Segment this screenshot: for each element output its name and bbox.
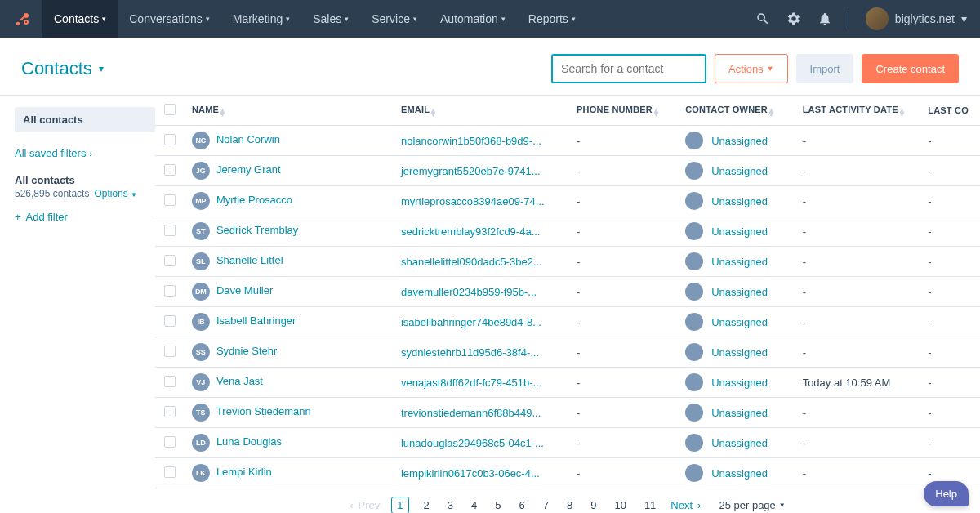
next-page[interactable]: Next › bbox=[670, 499, 701, 511]
contact-email-link[interactable]: nolancorwin1b50f368-b9d9-... bbox=[401, 135, 541, 147]
contact-email-link[interactable]: jeremygrant5520eb7e-9741... bbox=[401, 165, 541, 177]
owner-link[interactable]: Unassigned bbox=[711, 165, 768, 177]
nav-item-sales[interactable]: Sales▾ bbox=[301, 0, 360, 38]
page-number[interactable]: 4 bbox=[468, 497, 480, 513]
contact-email-link[interactable]: venajast8dff62df-fc79-451b-... bbox=[401, 377, 542, 389]
owner-link[interactable]: Unassigned bbox=[711, 407, 768, 419]
add-filter-button[interactable]: + Add filter bbox=[15, 211, 155, 223]
create-contact-button[interactable]: Create contact bbox=[862, 54, 959, 83]
nav-item-automation[interactable]: Automation▾ bbox=[429, 0, 517, 38]
owner-link[interactable]: Unassigned bbox=[711, 377, 768, 389]
search-icon[interactable] bbox=[755, 11, 770, 26]
owner-link[interactable]: Unassigned bbox=[711, 225, 768, 238]
row-checkbox[interactable] bbox=[164, 346, 176, 357]
nav-item-conversations[interactable]: Conversations▾ bbox=[118, 0, 221, 38]
prev-page[interactable]: ‹ Prev bbox=[350, 499, 380, 511]
contact-email-link[interactable]: myrtieprosacco8394ae09-74... bbox=[401, 195, 545, 207]
row-checkbox[interactable] bbox=[164, 285, 176, 297]
row-checkbox[interactable] bbox=[164, 255, 176, 266]
contact-name-link[interactable]: Luna Douglas bbox=[216, 435, 282, 448]
row-checkbox[interactable] bbox=[164, 315, 176, 327]
nav-item-contacts[interactable]: Contacts▾ bbox=[42, 0, 118, 38]
row-checkbox[interactable] bbox=[164, 436, 176, 448]
owner-link[interactable]: Unassigned bbox=[711, 346, 768, 359]
contact-initials: NC bbox=[192, 132, 210, 149]
col-phone[interactable]: PHONE NUMBER▴▾ bbox=[570, 96, 679, 126]
contact-email-link[interactable]: isabellbahringer74be89d4-8... bbox=[401, 316, 541, 328]
contact-email-link[interactable]: davemuller0234b959-f95b-... bbox=[401, 286, 537, 298]
phone-value: - bbox=[577, 135, 580, 147]
col-lastc[interactable]: LAST CO bbox=[921, 96, 980, 126]
contact-name-link[interactable]: Vena Jast bbox=[216, 375, 263, 387]
contact-name-link[interactable]: Myrtie Prosacco bbox=[216, 194, 292, 206]
page-number[interactable]: 1 bbox=[391, 497, 408, 513]
actions-button[interactable]: Actions ▼ bbox=[715, 54, 788, 83]
col-owner[interactable]: CONTACT OWNER▴▾ bbox=[679, 96, 795, 126]
sidebar-all-contacts[interactable]: All contacts bbox=[15, 107, 155, 132]
contact-email-link[interactable]: sydniestehrb11d95d6-38f4-... bbox=[401, 346, 539, 359]
page-number[interactable]: 7 bbox=[540, 497, 552, 513]
contact-email-link[interactable]: trevionstiedemann6f88b449... bbox=[401, 407, 541, 419]
page-number[interactable]: 2 bbox=[421, 497, 433, 513]
row-checkbox[interactable] bbox=[164, 194, 176, 206]
col-email[interactable]: EMAIL▴▾ bbox=[394, 96, 570, 126]
search-input[interactable] bbox=[561, 62, 704, 75]
activity-value: - bbox=[803, 225, 806, 238]
contact-email-link[interactable]: lunadouglas294968c5-04c1-... bbox=[401, 437, 544, 449]
row-checkbox[interactable] bbox=[164, 406, 176, 417]
bell-icon[interactable] bbox=[817, 11, 832, 26]
contact-name-link[interactable]: Sedrick Tremblay bbox=[216, 224, 298, 236]
sidebar-saved-filters[interactable]: All saved filters › bbox=[15, 144, 155, 163]
page-number[interactable]: 11 bbox=[641, 497, 659, 513]
help-button[interactable]: Help bbox=[924, 481, 969, 506]
contact-search[interactable] bbox=[551, 54, 706, 83]
col-activity[interactable]: LAST ACTIVITY DATE▴▾ bbox=[796, 96, 922, 126]
import-button[interactable]: Import bbox=[796, 54, 854, 83]
activity-value: - bbox=[803, 256, 806, 268]
page-number[interactable]: 5 bbox=[492, 497, 504, 513]
contact-name-link[interactable]: Sydnie Stehr bbox=[216, 345, 277, 357]
row-checkbox[interactable] bbox=[164, 225, 176, 236]
nav-item-reports[interactable]: Reports▾ bbox=[517, 0, 587, 38]
per-page-select[interactable]: 25 per page ▼ bbox=[719, 499, 785, 511]
owner-link[interactable]: Unassigned bbox=[711, 195, 768, 207]
account-menu[interactable]: biglytics.net ▾ bbox=[866, 7, 967, 30]
owner-link[interactable]: Unassigned bbox=[711, 467, 768, 480]
col-name[interactable]: NAME▴▾ bbox=[185, 96, 394, 126]
owner-link[interactable]: Unassigned bbox=[711, 316, 768, 328]
sort-icon: ▴▾ bbox=[654, 108, 658, 116]
contact-name-link[interactable]: Lempi Kirlin bbox=[216, 466, 272, 478]
contact-email-link[interactable]: lempikirlin0617c0b3-06ec-4... bbox=[401, 467, 540, 480]
owner-link[interactable]: Unassigned bbox=[711, 437, 768, 449]
page-number[interactable]: 6 bbox=[515, 497, 528, 513]
page-number[interactable]: 9 bbox=[587, 497, 599, 513]
owner-link[interactable]: Unassigned bbox=[711, 256, 768, 268]
page-number[interactable]: 8 bbox=[564, 497, 576, 513]
contact-email-link[interactable]: shanellelittel090dadc5-3be2... bbox=[401, 256, 542, 268]
contact-name-link[interactable]: Dave Muller bbox=[216, 284, 273, 297]
page-number[interactable]: 10 bbox=[611, 497, 629, 513]
owner-link[interactable]: Unassigned bbox=[711, 135, 768, 147]
gear-icon[interactable] bbox=[786, 11, 801, 26]
row-checkbox[interactable] bbox=[164, 466, 176, 478]
hubspot-logo-icon[interactable] bbox=[13, 9, 33, 29]
row-checkbox[interactable] bbox=[164, 134, 176, 145]
select-all-checkbox[interactable] bbox=[164, 104, 176, 115]
contact-name-link[interactable]: Isabell Bahringer bbox=[216, 314, 296, 327]
page-title-dropdown[interactable]: Contacts ▾ bbox=[21, 58, 104, 79]
row-checkbox[interactable] bbox=[164, 164, 176, 176]
contacts-table: NAME▴▾ EMAIL▴▾ PHONE NUMBER▴▾ CONTACT OW… bbox=[155, 96, 980, 488]
owner-link[interactable]: Unassigned bbox=[711, 286, 768, 298]
contact-initials: MP bbox=[192, 192, 210, 210]
contact-name-link[interactable]: Trevion Stiedemann bbox=[216, 405, 311, 417]
chevron-down-icon: ▾ bbox=[501, 15, 506, 23]
nav-item-service[interactable]: Service▾ bbox=[360, 0, 429, 38]
contact-name-link[interactable]: Shanelle Littel bbox=[216, 254, 283, 266]
contact-name-link[interactable]: Jeremy Grant bbox=[216, 163, 281, 176]
view-options[interactable]: Options ▼ bbox=[94, 188, 137, 199]
page-number[interactable]: 3 bbox=[444, 497, 457, 513]
contact-name-link[interactable]: Nolan Corwin bbox=[216, 133, 280, 145]
row-checkbox[interactable] bbox=[164, 376, 176, 387]
nav-item-marketing[interactable]: Marketing▾ bbox=[221, 0, 301, 38]
contact-email-link[interactable]: sedricktremblay93f2fcd9-4a... bbox=[401, 225, 541, 238]
